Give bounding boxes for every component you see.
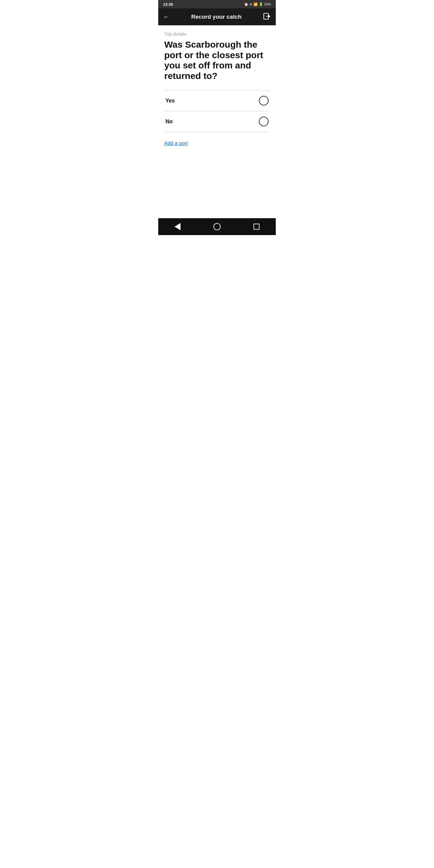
- battery-percent: 53%: [264, 2, 271, 6]
- nav-recent-button[interactable]: [247, 221, 266, 232]
- app-bar-title: Record your catch: [172, 13, 261, 20]
- option-no-radio[interactable]: [259, 117, 269, 126]
- option-no-label: No: [165, 119, 173, 125]
- alarm-icon: ⏰: [244, 2, 248, 6]
- nav-back-button[interactable]: [168, 221, 187, 233]
- nav-recent-icon: [253, 224, 259, 230]
- options-container: Yes No: [164, 90, 270, 132]
- question-title: Was Scarborough the port or the closest …: [164, 39, 270, 81]
- option-yes[interactable]: Yes: [164, 90, 270, 111]
- status-icons: ⏰ ⊖ 📶 🔋 53%: [244, 2, 271, 6]
- bottom-nav: [158, 218, 276, 235]
- nav-back-icon: [175, 223, 181, 230]
- option-yes-radio[interactable]: [259, 96, 269, 105]
- status-time: 13:36: [163, 2, 173, 7]
- main-content: Trip details Was Scarborough the port or…: [158, 25, 276, 218]
- add-port-link[interactable]: Add a port: [164, 141, 188, 147]
- nav-home-icon: [213, 223, 221, 230]
- signal-icon: 📶: [253, 2, 258, 6]
- status-bar: 13:36 ⏰ ⊖ 📶 🔋 53%: [158, 0, 276, 8]
- option-no[interactable]: No: [164, 111, 270, 132]
- minus-circle-icon: ⊖: [250, 2, 252, 6]
- exit-button[interactable]: [261, 10, 273, 24]
- back-button[interactable]: ←: [161, 10, 172, 23]
- battery-icon: 🔋: [259, 2, 263, 6]
- nav-home-button[interactable]: [207, 221, 227, 233]
- section-label: Trip details: [164, 31, 270, 36]
- option-yes-label: Yes: [165, 98, 175, 104]
- app-bar: ← Record your catch: [158, 8, 276, 25]
